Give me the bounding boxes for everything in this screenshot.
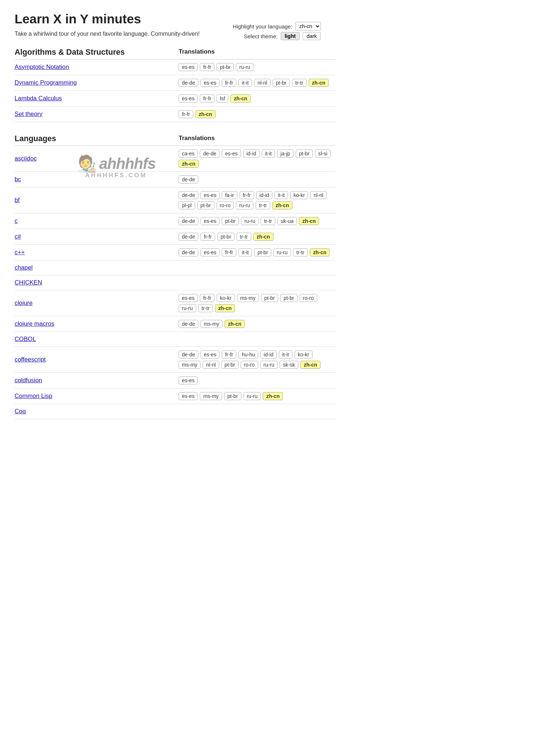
language-tag[interactable]: de-de [179, 191, 198, 199]
language-tag[interactable]: nl-nl [254, 79, 271, 87]
language-tag[interactable]: id-id [256, 191, 273, 199]
language-tag[interactable]: zh-cn [310, 248, 330, 256]
theme-dark-button[interactable]: dark [303, 32, 321, 40]
language-tag[interactable]: pt-br [217, 233, 234, 241]
language-tag[interactable]: tr-tr [237, 233, 251, 241]
language-tag[interactable]: it-it [279, 351, 292, 359]
language-tag[interactable]: es-es [179, 94, 198, 102]
language-tag[interactable]: uk-ua [277, 217, 297, 225]
language-link[interactable]: Common Lisp [15, 392, 179, 400]
language-link[interactable]: clojure [15, 299, 179, 307]
language-tag[interactable]: pt-br [273, 79, 290, 87]
language-tag[interactable]: zh-cn [272, 201, 292, 209]
language-link[interactable]: coffeescript [15, 356, 179, 363]
language-tag[interactable]: ko-kr [217, 294, 234, 302]
language-tag[interactable]: pt-br [261, 294, 278, 302]
language-tag[interactable]: fr-fr [222, 79, 236, 87]
language-tag[interactable]: ru-ru [179, 304, 196, 312]
language-link[interactable]: c++ [15, 249, 179, 256]
language-tag[interactable]: id-id [243, 150, 260, 158]
language-tag[interactable]: nl-nl [203, 361, 219, 369]
language-tag[interactable]: it-it [262, 150, 275, 158]
language-tag[interactable]: ru-ru [244, 392, 261, 400]
language-tag[interactable]: fr-fr [240, 191, 254, 199]
language-tag[interactable]: pt-br [197, 201, 214, 209]
language-tag[interactable]: ca-es [179, 150, 198, 158]
language-link[interactable]: c [15, 217, 179, 225]
language-link[interactable]: asciidoc [15, 155, 179, 162]
language-tag[interactable]: zh-cn [195, 110, 215, 118]
language-tag[interactable]: ms-my [200, 392, 222, 400]
language-link[interactable]: COBOL [15, 336, 179, 343]
language-tag[interactable]: ms-my [201, 320, 222, 328]
language-link[interactable]: Dynamic Programming [15, 79, 179, 86]
language-tag[interactable]: fa-ir [222, 191, 237, 199]
language-tag[interactable]: de-de [179, 248, 198, 256]
language-tag[interactable]: es-es [201, 217, 219, 225]
language-tag[interactable]: ru-ru [241, 217, 258, 225]
language-tag[interactable]: zh-cn [299, 217, 319, 225]
language-link[interactable]: CHICKEN [15, 279, 179, 286]
language-tag[interactable]: fr-fr [222, 351, 236, 359]
language-tag[interactable]: pt-br [280, 294, 298, 302]
language-tag[interactable]: de-de [179, 217, 198, 225]
language-tag[interactable]: es-es [222, 150, 241, 158]
language-link[interactable]: Asymptotic Notation [15, 63, 179, 71]
language-link[interactable]: coldfusion [15, 377, 179, 384]
language-tag[interactable]: nl-nl [310, 191, 327, 199]
language-tag[interactable]: zh-cn [309, 79, 329, 87]
language-tag[interactable]: pt-br [224, 392, 241, 400]
language-tag[interactable]: it-it [238, 248, 252, 256]
language-link[interactable]: Set theory [15, 111, 179, 118]
theme-light-button[interactable]: light [281, 32, 300, 40]
language-tag[interactable]: zh-cn [215, 304, 235, 312]
language-tag[interactable]: tr-tr [292, 79, 307, 87]
language-tag[interactable]: es-es [201, 248, 219, 256]
language-tag[interactable]: zh-cn [253, 233, 273, 241]
language-tag[interactable]: sl-si [315, 150, 331, 158]
language-tag[interactable]: fr-fr [200, 63, 214, 71]
language-tag[interactable]: ro-ro [241, 361, 258, 369]
language-tag[interactable]: fr-fr [201, 233, 215, 241]
language-tag[interactable]: fr-fr [200, 94, 214, 102]
language-link[interactable]: clojure macros [15, 320, 179, 328]
language-link[interactable]: chapel [15, 264, 179, 271]
language-tag[interactable]: ko-kr [290, 191, 308, 199]
language-tag[interactable]: es-es [201, 79, 219, 87]
language-tag[interactable]: sk-sk [280, 361, 298, 369]
language-tag[interactable]: de-de [179, 79, 198, 87]
language-tag[interactable]: zh-cn [300, 361, 320, 369]
language-tag[interactable]: de-de [179, 320, 198, 328]
language-tag[interactable]: ms-my [179, 361, 201, 369]
language-tag[interactable]: lsf [217, 94, 228, 102]
language-tag[interactable]: pt-br [217, 63, 234, 71]
language-tag[interactable]: ru-ru [236, 201, 253, 209]
language-tag[interactable]: es-es [179, 294, 198, 302]
language-tag[interactable]: tr-tr [256, 201, 270, 209]
language-tag[interactable]: it-it [275, 191, 288, 199]
language-tag[interactable]: pt-br [221, 361, 238, 369]
language-tag[interactable]: es-es [179, 63, 198, 71]
language-tag[interactable]: de-de [179, 175, 198, 183]
language-tag[interactable]: ru-ru [273, 248, 291, 256]
language-tag[interactable]: ko-kr [295, 351, 312, 359]
language-tag[interactable]: fr-fr [222, 248, 236, 256]
language-tag[interactable]: pt-br [296, 150, 313, 158]
language-tag[interactable]: ru-ru [260, 361, 278, 369]
language-link[interactable]: bc [15, 176, 179, 183]
language-tag[interactable]: tr-tr [198, 304, 213, 312]
language-tag[interactable]: pl-pl [179, 201, 195, 209]
language-link[interactable]: bf [15, 197, 179, 204]
language-tag[interactable]: de-de [179, 351, 198, 359]
language-select[interactable]: zh-cn en fr-fr [295, 22, 321, 31]
language-tag[interactable]: tr-tr [293, 248, 308, 256]
language-tag[interactable]: ro-ro [217, 201, 234, 209]
language-tag[interactable]: es-es [201, 351, 219, 359]
language-tag[interactable]: zh-cn [263, 392, 283, 400]
language-link[interactable]: c# [15, 233, 179, 240]
language-link[interactable]: Coq [15, 408, 179, 415]
language-tag[interactable]: hu-hu [238, 351, 258, 359]
language-tag[interactable]: ru-ru [236, 63, 253, 71]
language-tag[interactable]: es-es [179, 392, 198, 400]
language-tag[interactable]: fr-fr [179, 110, 193, 118]
